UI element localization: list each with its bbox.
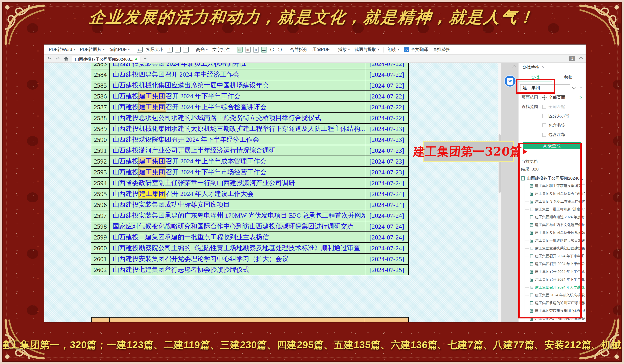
row-title-cell[interactable]: 山西建投勘察院公司主编的《湿陷性黄土场地勘察及地基处理技术标准》顺利通过审查 [110,243,365,253]
screenshot-extract-button[interactable]: 截图与提取▾ [352,45,382,54]
row-title-cell[interactable]: 山西建投安装集团 2024 年新员工入职培训开班 [110,63,365,69]
row-title-cell[interactable]: 山西建投建工集团召开 2024 年上半年成本管理工作会 [110,156,365,166]
document-view-area[interactable]: 2583山西建投安装集团 2024 年新员工入职培训开班[2024-07-22]… [44,63,501,322]
document-icon [530,208,533,211]
compress-pdf-button[interactable]: 压缩PDF [310,45,332,54]
result-item[interactable]: 建工集团 3 名职工在第三届省国资系 [525,198,585,205]
row-title-cell[interactable]: 山西建投二建集团承建的一批重点工程收到业主表扬信 [110,232,365,242]
row-title-cell[interactable]: 山西建投潇河产业公司开展上半年经济运行情况综合调研 [110,145,365,156]
edit-pdf-button[interactable]: 编辑PDF▾ [107,45,132,54]
document-tab-title: 山西建投各子公司要闻202408... [75,57,133,62]
row-title-cell[interactable]: 山西省委政研室副主任张荣章一行到山西建投潇河产业公司调研 [110,178,365,188]
result-item[interactable]: 建工集团及协同单位举办 “践行二十 [525,190,585,198]
advanced-find-button[interactable]: 高级查找 [523,142,581,149]
page-range-expand-icon[interactable]: > [579,95,582,100]
document-scrollbar[interactable] [498,63,501,322]
result-item[interactable]: 建工集团承建的山西省儿童医院晋源 [525,315,585,322]
news-table: 2583山西建投安装集团 2024 年新员工入职培训开班[2024-07-22]… [91,63,409,275]
actual-size-icon[interactable]: 1:1 [137,47,143,52]
single-page-view-icon[interactable]: ▤ [237,47,243,52]
row-title-cell[interactable]: 山西建投机械化集团承建的太原机场三期改扩建工程举行下穿隧道及人防工程主体结构..… [110,124,365,134]
checkbox-3[interactable] [542,123,546,127]
row-title-cell[interactable]: 山西建投四建集团召开 2024 年中经济工作会 [110,70,365,80]
document-tab[interactable]: 山西建投各子公司要闻202408... [72,56,140,62]
find-previous-icon[interactable] [578,85,583,91]
book-view-icon[interactable]: ▯ [253,47,259,52]
play-button[interactable]: 播放▾ [336,45,352,54]
pdf-to-word-button[interactable]: PDF转Word▾ [47,45,78,54]
side-rail: W [501,63,519,322]
rotate-left-icon[interactable]: C [269,47,275,52]
row-title-cell[interactable]: 山西建投安装集团召开党委理论学习中心组学习（扩大）会议 [110,254,365,264]
new-tab-button[interactable]: + [143,55,147,62]
fit-screen-icon[interactable]: ▬ [261,47,267,52]
result-item[interactable]: 建工集团一批工程刷新 “进度条” [20 [525,205,585,213]
row-title-cell[interactable]: 山西建投建工集团召开 2024 年人才建设工作大会 [110,189,365,199]
highlight-button[interactable]: 高亮▾ [194,45,210,54]
tab-replace[interactable]: 替换 [552,72,585,82]
close-panel-icon[interactable]: × [542,65,545,70]
checkbox-1[interactable] [542,105,546,109]
result-item[interactable]: 建工集团荣获建投集团 “优秀内部审 [525,307,585,315]
row-title-cell[interactable]: 山西建投机械化集团应邀出席第十届中国机场建设年会 [110,80,365,91]
search-input[interactable]: 建工集团 [520,84,570,91]
result-item[interactable]: 建工集团召开 2024 年下半年市场经 [525,276,585,284]
pdf-to-image-button[interactable]: PDF转图片▾ [78,45,107,54]
home-icon[interactable] [63,56,69,61]
result-item-current[interactable]: 建工集团召开 2024 年人才建设工作 [525,284,585,291]
row-title-cell[interactable]: 山西建投煤设院集团召开 2024 年下半年经济工作会 [110,135,365,145]
row-title-cell[interactable]: 山西建投安装集团成功中标雄安固废项目 [110,200,365,210]
collapse-panel-icon[interactable] [512,65,516,69]
text-annotation-button[interactable]: 文字批注 [210,45,232,54]
dropdown-caret-icon: ▾ [378,48,379,51]
row-date-cell: [2024-07-24] [365,243,408,253]
read-aloud-button[interactable]: 朗读▾ [385,45,402,54]
result-item[interactable]: 建工集团召开 2024 年下半年工作会 [525,252,585,260]
row-number-cell: 2583 [91,63,110,69]
option-label: 包含注释 [548,132,565,138]
fit-height-icon[interactable]: ⋮ [167,47,173,52]
callout-box: 建工集团第一320篇 [423,141,514,162]
row-title-cell[interactable]: 山西建投建工集团召开 2024 年下半年市场经营工作会 [110,167,365,177]
row-title-cell[interactable]: 山西建投七建集团举行志愿者协会授旗授牌仪式 [110,265,365,275]
pdf-to-word-float-button[interactable]: W [504,75,516,87]
row-title-cell[interactable]: 山西建投总承包公司承建的环城南路上跨尧贤街立交桥项目举行合拢仪式 [110,113,365,123]
collapse-toolbar-icon[interactable] [579,57,583,61]
merge-split-button[interactable]: 合并拆分 [288,45,310,54]
result-item[interactable]: 建工集团 2024 年新入职高校毕业生 [525,291,585,299]
result-item[interactable]: 建工集团承建的通州宋庄璟上雅园项 [525,299,585,307]
two-page-view-icon[interactable]: ▥ [245,47,251,52]
panel-tab-find-replace[interactable]: 查找替换 × [519,63,548,72]
row-title-cell[interactable]: 山西建投建工集团召开 2024 年下半年工作会 [110,91,365,101]
result-item[interactable]: 建工集团顺利通过 2024 年度管理体 [525,213,585,221]
result-item[interactable]: 建工集团一批道路建设项目加速推进 [525,237,585,244]
redo-icon[interactable] [55,56,60,61]
result-item[interactable]: 建工集团召开 2024 年上半年成本管 [525,268,585,276]
row-number-cell: 2601 [91,254,110,264]
document-icon [530,184,533,188]
rotate-right-icon[interactable]: Ɔ [277,47,283,52]
fit-width-icon[interactable]: … [175,47,181,52]
results-root-item[interactable]: 山西建投各子公司要闻20240... [521,175,585,181]
row-title-cell[interactable]: 山西建投建工集团召开 2024 年上半年综合检查讲评会 [110,102,365,112]
row-date-cell: [2024-07-23] [365,124,408,134]
row-title-cell[interactable]: 山西建投安装集团承建的广东粤电泽州 170MW 光伏发电项目 EPC 总承包工程… [110,210,365,221]
result-item[interactable]: 建工集团宣讲队荣获山西建投集团 “ [525,244,585,252]
full-text-translate-button[interactable]: A全文翻译 [402,45,430,54]
find-replace-button[interactable]: 查找替换 [430,45,453,54]
undo-icon[interactable] [47,56,52,61]
result-item[interactable]: 建工集团召开 2024 年上半年综合检 [525,260,585,268]
row-title-cell[interactable]: 国家应对气候变化战略研究和国际合作中心到访山西建投低碳环保集团进行调研交流 [110,221,365,231]
checkbox-2[interactable] [542,114,546,118]
document-icon [530,301,533,305]
tab-find[interactable]: 查找 [519,72,552,82]
page-range-radio[interactable] [542,96,546,99]
result-item[interactable]: 建工集团与山西省文化遗产保护研究 [525,221,585,229]
row-number-cell: 2593 [91,167,110,177]
text-select-icon[interactable]: T [183,47,189,52]
result-item[interactable]: 建工集团职工荣获建投集团第二届 “ [525,182,585,190]
actual-size-button[interactable]: 实际大小 [144,45,166,54]
result-item[interactable]: 建工集团及协同单位开展党员领导干 [525,229,585,237]
find-next-icon[interactable] [571,85,577,91]
checkbox-4[interactable] [542,133,546,137]
